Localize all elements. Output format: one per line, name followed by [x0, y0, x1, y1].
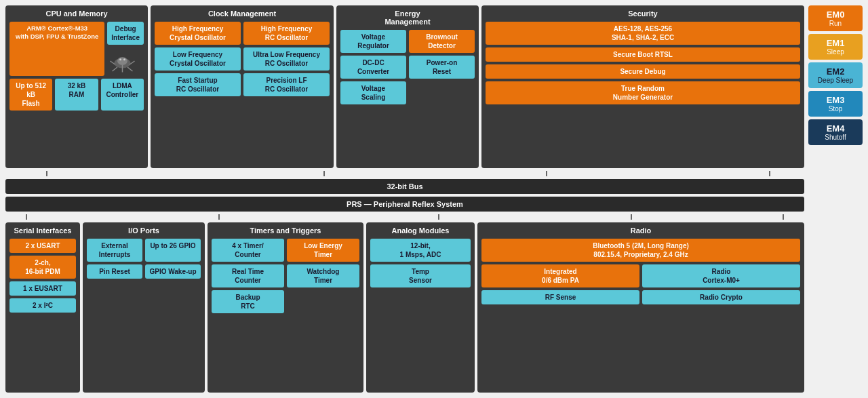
em0-sub: Run — [811, 20, 860, 27]
security-title: Security — [486, 9, 800, 18]
backup-rtc-chip: BackupRTC — [212, 290, 284, 313]
energy-section: EnergyManagement VoltageRegulator Browno… — [336, 5, 479, 168]
top-connectors — [5, 171, 804, 176]
ext-int-chip: ExternalInterrupts — [87, 239, 142, 262]
svg-point-3 — [123, 58, 125, 60]
dcdc-chip: DC-DCConverter — [340, 56, 406, 79]
bottom-row: Serial Interfaces 2 x USART 2-ch,16-bit … — [5, 222, 804, 393]
svg-point-2 — [119, 58, 121, 60]
energy-title: EnergyManagement — [340, 9, 475, 26]
prs-row: PRS — Peripheral Reflex System — [5, 197, 804, 212]
io-grid: ExternalInterrupts Up to 26 GPIO Pin Res… — [87, 239, 201, 279]
em1-sub: Sleep — [811, 48, 860, 56]
pin-rst-chip: Pin Reset — [87, 264, 142, 279]
fsrco-chip: Fast StartupRC Oscillator — [155, 73, 241, 96]
vline1 — [46, 171, 47, 176]
timers-title: Timers and Triggers — [212, 226, 359, 235]
vline4 — [769, 171, 770, 176]
svg-line-8 — [127, 67, 133, 71]
io-section: I/O Ports ExternalInterrupts Up to 26 GP… — [83, 222, 205, 393]
em2-label: EM2 — [811, 66, 860, 77]
sdebug-chip: Secure Debug — [486, 64, 800, 79]
cpu-section: CPU and Memory ARM® Cortex®-M33with DSP,… — [5, 5, 148, 168]
timers-grid: 4 x Timer/Counter Low EnergyTimer Real T… — [212, 239, 359, 313]
trng-chip: True RandomNumber Generator — [486, 81, 800, 104]
serial-inner: 2 x USART 2-ch,16-bit PDM 1 x EUSART 2 x… — [9, 239, 76, 313]
em3-sub: Stop — [811, 105, 860, 113]
vline2 — [323, 171, 325, 176]
em0-box: EM0 Run — [808, 5, 863, 31]
adc-chip: 12-bit,1 Msps, ADC — [370, 239, 471, 262]
vreg-chip: VoltageRegulator — [340, 30, 406, 53]
rf-chip: RF Sense — [481, 290, 639, 304]
analog-inner: 12-bit,1 Msps, ADC TempSensor — [370, 239, 471, 287]
em2-box: EM2 Deep Sleep — [808, 62, 863, 88]
svg-line-7 — [113, 67, 118, 71]
bt-chip: Bluetooth 5 (2M, Long Range)802.15.4, Pr… — [481, 239, 800, 262]
clock-grid: High FrequencyCrystal Oscillator High Fr… — [155, 22, 330, 96]
bvline2 — [218, 214, 220, 220]
timers-section: Timers and Triggers 4 x Timer/Counter Lo… — [208, 222, 363, 393]
arm-chip: ARM® Cortex®-M33with DSP, FPU & TrustZon… — [9, 22, 104, 76]
por-chip: Power-onReset — [409, 56, 475, 79]
crypto-chip: Radio Crypto — [642, 290, 800, 304]
gecko-svg — [107, 47, 138, 77]
radio-title: Radio — [481, 226, 800, 235]
gecko-icon — [107, 47, 138, 76]
bus-label: 32-bit Bus — [387, 182, 422, 191]
boot-chip: Secure Boot RTSL — [486, 47, 800, 62]
em3-label: EM3 — [811, 95, 860, 105]
bvline4 — [631, 214, 632, 220]
radio-grid: Integrated0/6 dBm PA RadioCortex-M0+ RF … — [481, 264, 800, 304]
left-content: CPU and Memory ARM® Cortex®-M33with DSP,… — [5, 5, 804, 393]
timer-counter-chip: 4 x Timer/Counter — [212, 239, 284, 262]
flash-chip: Up to 512 kBFlash — [9, 79, 52, 111]
eusart-chip: 1 x EUSART — [9, 281, 76, 296]
bus-row: 32-bit Bus — [5, 179, 804, 194]
plfrco-chip: Precision LFRC Oscillator — [243, 73, 330, 96]
ulfrco-chip: Ultra Low FrequencyRC Oscillator — [243, 47, 330, 71]
em4-label: EM4 — [811, 123, 860, 134]
ldma-chip: LDMAController — [101, 79, 144, 111]
analog-title: Analog Modules — [370, 226, 471, 235]
clock-section: Clock Management High FrequencyCrystal O… — [151, 5, 334, 168]
vline3 — [546, 171, 547, 176]
bvline3 — [438, 214, 439, 220]
serial-section: Serial Interfaces 2 x USART 2-ch,16-bit … — [5, 222, 80, 393]
radio-section: Radio Bluetooth 5 (2M, Long Range)802.15… — [477, 222, 804, 393]
em3-box: EM3 Stop — [808, 91, 863, 117]
wake-chip: GPIO Wake-up — [145, 264, 201, 279]
energy-grid: VoltageRegulator BrownoutDetector DC-DCC… — [340, 30, 475, 104]
ram-chip: 32 kBRAM — [55, 79, 98, 111]
em2-sub: Deep Sleep — [811, 77, 860, 84]
bod-chip: BrownoutDetector — [409, 30, 475, 53]
security-inner: AES-128, AES-256SHA-1, SHA-2, ECC Secure… — [486, 22, 800, 104]
lfxo-chip: Low FrequencyCrystal Oscillator — [155, 47, 241, 71]
bt-chip-wrapper: Bluetooth 5 (2M, Long Range)802.15.4, Pr… — [481, 239, 800, 262]
i2c-chip: 2 x I²C — [9, 298, 76, 313]
rtc-chip: Real TimeCounter — [212, 264, 284, 287]
cpu-title: CPU and Memory — [9, 9, 144, 18]
main-container: CPU and Memory ARM® Cortex®-M33with DSP,… — [0, 0, 868, 398]
hfxo-chip: High FrequencyCrystal Oscillator — [155, 22, 241, 45]
analog-section: Analog Modules 12-bit,1 Msps, ADC TempSe… — [366, 222, 475, 393]
em0-label: EM0 — [811, 9, 860, 20]
debug-chip: DebugInterface — [107, 22, 144, 45]
aes-chip: AES-128, AES-256SHA-1, SHA-2, ECC — [486, 22, 800, 45]
em-sidebar: EM0 Run EM1 Sleep EM2 Deep Sleep EM3 Sto… — [808, 5, 863, 393]
vs-chip: VoltageScaling — [340, 81, 406, 104]
gpio-chip: Up to 26 GPIO — [145, 239, 201, 262]
security-section: Security AES-128, AES-256SHA-1, SHA-2, E… — [481, 5, 804, 168]
top-row: CPU and Memory ARM® Cortex®-M33with DSP,… — [5, 5, 804, 168]
em1-label: EM1 — [811, 38, 860, 48]
io-title: I/O Ports — [87, 226, 201, 235]
pdm-chip: 2-ch,16-bit PDM — [9, 256, 76, 279]
temp-chip: TempSensor — [370, 264, 471, 287]
low-energy-timer-chip: Low EnergyTimer — [287, 239, 359, 262]
em1-box: EM1 Sleep — [808, 34, 863, 60]
wdt-chip: WatchdogTimer — [287, 264, 359, 287]
clock-title: Clock Management — [155, 9, 330, 18]
usart-chip: 2 x USART — [9, 239, 76, 253]
pa-chip: Integrated0/6 dBm PA — [481, 264, 639, 287]
em4-box: EM4 Shutoff — [808, 119, 863, 145]
